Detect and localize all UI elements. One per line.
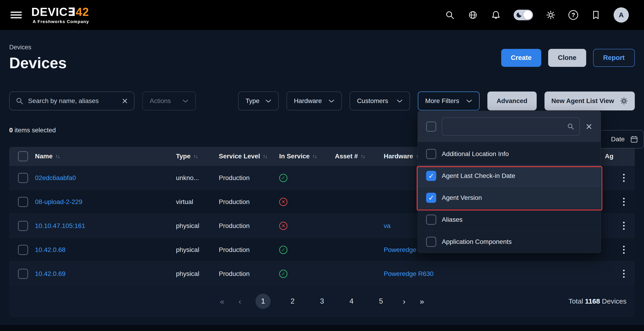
- sort-icon: [361, 153, 365, 160]
- toggle-knob: [523, 11, 532, 19]
- row-menu-kebab-icon[interactable]: [621, 268, 626, 280]
- device-type: virtual: [176, 198, 193, 206]
- settings-gear-icon[interactable]: [546, 10, 556, 20]
- help-icon[interactable]: [568, 10, 578, 20]
- service-level: Production: [219, 270, 250, 277]
- row-menu-kebab-icon[interactable]: [621, 196, 626, 208]
- row-menu-kebab-icon[interactable]: [621, 244, 626, 256]
- close-icon[interactable]: [586, 123, 592, 130]
- option-checkbox[interactable]: [426, 215, 436, 225]
- advanced-button[interactable]: Advanced: [488, 92, 537, 110]
- row-checkbox[interactable]: [18, 269, 28, 279]
- user-avatar[interactable]: A: [614, 7, 629, 23]
- more-filters-panel-header: [418, 111, 601, 142]
- select-all-filters-checkbox[interactable]: [426, 122, 436, 132]
- bookmark-icon[interactable]: [590, 10, 601, 20]
- logo-tagline: A Freshworks Company: [33, 19, 89, 24]
- last-page-icon[interactable]: [420, 297, 424, 306]
- clone-button[interactable]: Clone: [548, 49, 586, 67]
- hardware-link[interactable]: va: [384, 222, 391, 230]
- column-header-name[interactable]: Name: [35, 153, 176, 160]
- chevron-down-icon: [466, 99, 472, 103]
- breadcrumb[interactable]: Devices: [9, 44, 67, 51]
- device-search-box[interactable]: [9, 92, 134, 110]
- chevron-down-icon: [265, 99, 271, 103]
- more-filters-panel: Additional Location Info Agent Last Chec…: [418, 111, 601, 253]
- next-page-icon[interactable]: [403, 297, 406, 306]
- filter-option-additional-location-info[interactable]: Additional Location Info: [418, 143, 601, 165]
- globe-icon[interactable]: [468, 10, 478, 20]
- column-header-agent-partial[interactable]: Ag: [600, 153, 616, 160]
- option-checkbox[interactable]: [426, 149, 436, 159]
- row-checkbox[interactable]: [18, 221, 28, 231]
- page-number[interactable]: 5: [373, 294, 388, 309]
- search-icon[interactable]: [444, 10, 455, 20]
- search-input[interactable]: [28, 97, 117, 105]
- page-number[interactable]: 1: [256, 294, 271, 309]
- option-checkbox-checked[interactable]: [426, 171, 436, 181]
- device-name-link[interactable]: 10.42.0.68: [35, 246, 66, 253]
- page-title: Devices: [9, 54, 67, 72]
- menu-icon[interactable]: [10, 10, 22, 20]
- chevron-down-icon: [328, 99, 334, 103]
- device42-logo[interactable]: DEVIC∃42 A Freshworks Company: [31, 6, 89, 24]
- report-button[interactable]: Report: [593, 49, 635, 67]
- row-checkbox[interactable]: [18, 173, 28, 183]
- page-number[interactable]: 3: [314, 294, 330, 309]
- service-level: Production: [219, 198, 250, 206]
- row-checkbox[interactable]: [18, 197, 28, 207]
- clear-search-icon[interactable]: [122, 98, 128, 104]
- select-all-checkbox[interactable]: [18, 151, 28, 161]
- page-number[interactable]: 2: [285, 294, 300, 309]
- in-service-yes-icon: [279, 270, 288, 278]
- first-page-icon[interactable]: [220, 297, 224, 306]
- row-menu-kebab-icon[interactable]: [621, 220, 626, 232]
- moon-icon: [516, 12, 522, 18]
- theme-toggle[interactable]: [514, 10, 533, 20]
- actions-dropdown[interactable]: Actions: [142, 92, 196, 110]
- gear-icon: [620, 97, 628, 105]
- filter-options-list: Additional Location Info Agent Last Chec…: [418, 142, 601, 253]
- column-header-asset[interactable]: Asset #: [335, 153, 384, 160]
- notifications-bell-icon[interactable]: [490, 10, 501, 20]
- sort-icon: [263, 153, 267, 160]
- hardware-link[interactable]: Poweredge R630: [384, 270, 434, 277]
- calendar-icon: [630, 135, 638, 143]
- device-name-link[interactable]: 02edc6aabfa0: [35, 174, 76, 182]
- filter-option-application-components[interactable]: Application Components: [418, 231, 601, 253]
- create-button[interactable]: Create: [501, 49, 541, 67]
- device-type: unkno...: [176, 174, 199, 182]
- in-service-no-icon: [279, 198, 288, 206]
- filter-search-input[interactable]: [447, 123, 564, 130]
- filter-search-box[interactable]: [442, 117, 580, 136]
- customers-filter-dropdown[interactable]: Customers: [350, 92, 410, 110]
- row-menu-kebab-icon[interactable]: [621, 172, 626, 184]
- in-service-yes-icon: [279, 174, 288, 182]
- device-name-link[interactable]: 10.10.47.105:161: [35, 222, 85, 230]
- row-checkbox[interactable]: [18, 245, 28, 255]
- hardware-filter-dropdown[interactable]: Hardware: [286, 92, 342, 110]
- new-agent-list-view-button[interactable]: New Agent List View: [544, 92, 635, 110]
- option-checkbox[interactable]: [426, 237, 436, 247]
- chevron-down-icon: [182, 99, 188, 103]
- device-type: physical: [176, 222, 199, 230]
- chevron-down-icon: [397, 99, 402, 103]
- device-type: physical: [176, 246, 199, 253]
- filter-option-agent-version[interactable]: Agent Version: [418, 187, 601, 209]
- type-filter-dropdown[interactable]: Type: [238, 92, 279, 110]
- column-header-in-service[interactable]: In Service: [279, 153, 335, 160]
- logo-wordmark: DEVIC∃42: [31, 6, 89, 18]
- device-name-link[interactable]: 10.42.0.69: [35, 270, 66, 277]
- previous-page-icon[interactable]: [238, 297, 241, 306]
- column-header-type[interactable]: Type: [176, 153, 219, 160]
- sort-icon: [312, 153, 317, 160]
- page-number[interactable]: 4: [344, 294, 359, 309]
- pagination: 1 2 3 4 5 Total 1168 Devices: [9, 286, 635, 317]
- device-name-link[interactable]: 08-upload-2-229: [35, 198, 82, 206]
- in-service-yes-icon: [279, 246, 288, 254]
- filter-option-agent-last-checkin-date[interactable]: Agent Last Check-in Date: [418, 165, 601, 187]
- more-filters-dropdown[interactable]: More Filters: [418, 92, 480, 110]
- column-header-service-level[interactable]: Service Level: [219, 153, 279, 160]
- filter-option-aliases[interactable]: Aliases: [418, 209, 601, 231]
- option-checkbox-checked[interactable]: [426, 193, 436, 203]
